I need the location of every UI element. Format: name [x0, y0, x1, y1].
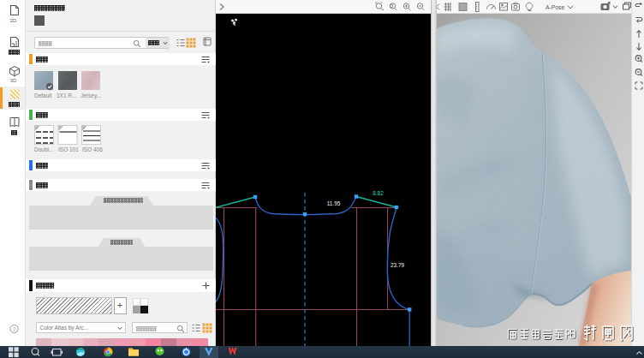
svg-text:23.79: 23.79 — [391, 262, 404, 268]
svg-text:11.95: 11.95 — [327, 200, 341, 206]
svg-text:?: ? — [13, 326, 16, 332]
svg-text:A-Pose: A-Pose — [546, 4, 565, 10]
svg-text:3D: 3D — [10, 78, 17, 83]
svg-text:8.82: 8.82 — [373, 190, 384, 196]
svg-text:2D: 2D — [10, 18, 17, 23]
